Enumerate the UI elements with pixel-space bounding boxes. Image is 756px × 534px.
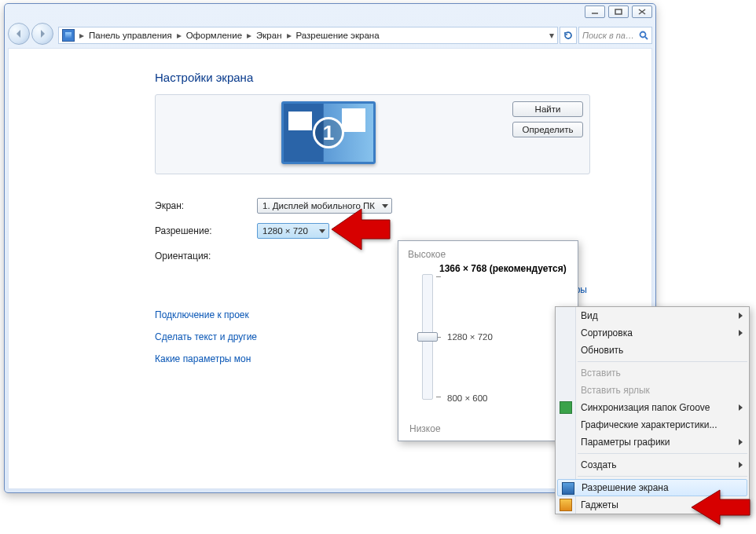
- context-menu-item[interactable]: Обновить: [556, 342, 749, 359]
- projector-link[interactable]: Подключение к проек: [155, 309, 249, 320]
- context-menu-separator: [578, 476, 747, 477]
- screen-combobox[interactable]: 1. Дисплей мобильного ПК: [257, 198, 392, 214]
- breadcrumb-seg[interactable]: Разрешение экрана: [295, 31, 381, 40]
- chevron-right-icon: [739, 330, 743, 336]
- monitor-preview-box: 1 Найти Определить: [155, 94, 590, 174]
- context-menu-separator: [578, 453, 747, 454]
- chevron-right-icon: [739, 404, 743, 411]
- context-menu-item[interactable]: Графические характеристики...: [556, 416, 749, 433]
- context-menu-item: Вставить: [556, 364, 749, 382]
- maximize-button[interactable]: [608, 5, 629, 18]
- breadcrumb[interactable]: ▸ Панель управления ▸ Оформление ▸ Экран…: [58, 27, 558, 44]
- slider-recommended-label: 1366 × 768 (рекомендуется): [439, 263, 568, 274]
- forward-button[interactable]: [31, 23, 53, 45]
- chevron-right-icon: ▸: [284, 30, 295, 41]
- monitor-number-badge: 1: [313, 117, 344, 148]
- nav-history-buttons: [8, 21, 58, 46]
- context-menu-item[interactable]: Создать: [556, 456, 749, 474]
- chevron-right-icon: ▸: [76, 30, 87, 41]
- search-icon: [639, 31, 648, 40]
- context-menu-separator: [578, 361, 747, 362]
- text-size-link[interactable]: Сделать текст и другие: [155, 331, 257, 342]
- breadcrumb-dropdown-icon[interactable]: ▾: [546, 30, 557, 41]
- close-button[interactable]: [632, 5, 652, 18]
- slider-thumb[interactable]: [417, 332, 438, 342]
- gadget-icon: [560, 499, 572, 511]
- chevron-right-icon: [739, 462, 743, 468]
- slider-low-label: Низкое: [409, 423, 441, 434]
- context-menu-item[interactable]: Разрешение экрана: [557, 479, 747, 496]
- groove-icon: [560, 401, 572, 414]
- search-placeholder: Поиск в па…: [582, 31, 639, 40]
- back-button[interactable]: [8, 23, 30, 45]
- context-menu-item[interactable]: Гаджеты: [556, 496, 749, 514]
- search-input[interactable]: Поиск в па…: [578, 27, 652, 44]
- minimize-button[interactable]: [585, 5, 605, 18]
- resolution-slider-popup: Высокое 1366 × 768 (рекомендуется) 1280 …: [398, 240, 578, 441]
- detect-button[interactable]: Определить: [512, 122, 583, 137]
- resolution-combobox[interactable]: 1280 × 720: [257, 223, 329, 239]
- breadcrumb-seg[interactable]: Панель управления: [87, 31, 174, 40]
- screen-label: Экран:: [155, 200, 184, 211]
- best-params-link[interactable]: Какие параметры мон: [155, 353, 251, 364]
- refresh-button[interactable]: [560, 27, 577, 44]
- context-menu-item[interactable]: Вид: [556, 307, 749, 324]
- chevron-down-icon: [319, 229, 325, 233]
- display-icon: [562, 482, 574, 495]
- screen-value: 1. Дисплей мобильного ПК: [262, 201, 375, 210]
- chevron-right-icon: [739, 439, 743, 445]
- slider-high-label: Высокое: [408, 249, 568, 260]
- svg-point-1: [640, 32, 646, 38]
- orientation-label: Ориентация:: [155, 251, 211, 262]
- context-menu-item[interactable]: Параметры графики: [556, 433, 749, 451]
- nav-bar: ▸ Панель управления ▸ Оформление ▸ Экран…: [8, 26, 652, 45]
- breadcrumb-seg[interactable]: Экран: [255, 31, 283, 40]
- chevron-right-icon: ▸: [244, 30, 255, 41]
- context-menu-item[interactable]: Синхронизация папок Groove: [556, 399, 749, 416]
- window-controls: [585, 5, 652, 18]
- slider-tick: [436, 397, 441, 397]
- slider-tick: [436, 276, 441, 277]
- slider-min-label: 800 × 600: [447, 393, 487, 403]
- context-menu-item: Вставить ярлык: [556, 382, 749, 399]
- resolution-label: Разрешение:: [155, 225, 212, 236]
- chevron-right-icon: [739, 313, 743, 319]
- chevron-right-icon: ▸: [174, 30, 185, 41]
- desktop-context-menu: ВидСортировкаОбновитьВставитьВставить яр…: [555, 306, 750, 514]
- breadcrumb-seg[interactable]: Оформление: [185, 31, 244, 40]
- chevron-down-icon: [382, 204, 388, 208]
- page-title: Настройки экрана: [155, 71, 253, 84]
- control-panel-icon: [62, 29, 75, 42]
- resolution-value: 1280 × 720: [262, 226, 308, 236]
- context-menu-item[interactable]: Сортировка: [556, 324, 749, 342]
- svg-rect-0: [615, 9, 622, 14]
- find-button[interactable]: Найти: [512, 101, 583, 117]
- monitor-preview[interactable]: 1: [281, 101, 376, 164]
- slider-current-label: 1280 × 720: [447, 332, 493, 342]
